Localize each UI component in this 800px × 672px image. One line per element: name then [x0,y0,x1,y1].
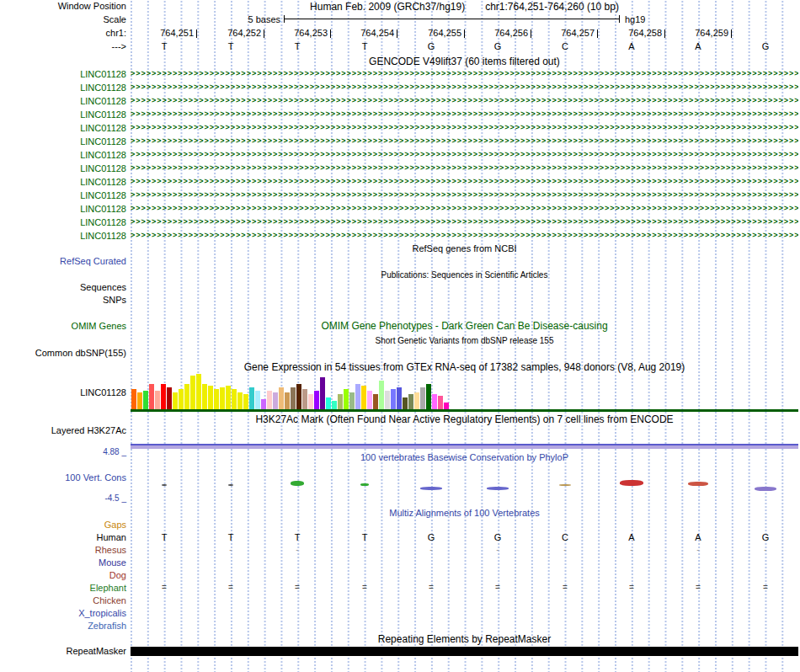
track-label[interactable]: OMIM Genes [0,321,126,331]
track-label[interactable]: Rhesus [0,545,126,555]
track-label[interactable]: 4.88 _ [0,447,126,456]
gtex-bar[interactable] [403,397,408,409]
gene-model-row[interactable]: >>>>>>>>>>>>>>>>>>>>>>>>>>>>>>>>>>>>>>>>… [131,164,798,173]
gtex-bar[interactable] [179,389,184,409]
gene-model-row[interactable]: >>>>>>>>>>>>>>>>>>>>>>>>>>>>>>>>>>>>>>>>… [131,218,798,227]
gtex-bar[interactable] [414,392,419,409]
gtex-bar[interactable] [243,394,248,409]
track-label[interactable]: LINC01128 [0,231,126,241]
track-label[interactable]: Chicken [0,595,126,605]
gtex-bar[interactable] [367,391,372,409]
gtex-bar[interactable] [167,387,172,409]
gene-model-row[interactable]: >>>>>>>>>>>>>>>>>>>>>>>>>>>>>>>>>>>>>>>>… [131,70,798,79]
gtex-bar[interactable] [391,389,396,409]
track-label[interactable]: Mouse [0,557,126,568]
gtex-bar[interactable] [255,391,260,409]
track-label[interactable]: -4.5 _ [0,493,126,503]
gtex-bar[interactable] [261,399,266,409]
gtex-bar[interactable] [249,387,254,409]
gene-model-row[interactable]: >>>>>>>>>>>>>>>>>>>>>>>>>>>>>>>>>>>>>>>>… [131,97,798,106]
track-label[interactable]: SNPs [0,295,126,305]
track-label[interactable]: Gaps [0,520,126,530]
track-label[interactable]: X_tropicalis [0,608,126,618]
repeatmasker-track[interactable] [131,647,798,656]
gene-model-row[interactable]: >>>>>>>>>>>>>>>>>>>>>>>>>>>>>>>>>>>>>>>>… [131,83,798,93]
gtex-bar[interactable] [296,384,301,409]
track-label[interactable]: Zebrafish [0,621,126,631]
gtex-bar[interactable] [326,397,331,409]
track-label[interactable]: Dog [0,570,126,580]
gtex-bar[interactable] [226,386,231,409]
track-label[interactable]: LINC01128 [0,109,126,120]
track-label[interactable]: LINC01128 [0,217,126,227]
gtex-bar[interactable] [373,394,378,409]
gtex-bar[interactable] [438,396,443,409]
track-label[interactable]: LINC01128 [0,123,126,133]
gtex-bar[interactable] [232,389,237,409]
gtex-bar[interactable] [291,387,296,409]
track-label[interactable]: LINC01128 [0,96,126,106]
track-label[interactable]: LINC01128 [0,83,126,93]
gtex-bar[interactable] [420,387,425,409]
gene-model-row[interactable]: >>>>>>>>>>>>>>>>>>>>>>>>>>>>>>>>>>>>>>>>… [131,137,798,147]
track-label[interactable]: Elephant [0,583,126,593]
gtex-bar[interactable] [344,389,349,409]
gtex-bar[interactable] [426,384,431,409]
track-label[interactable]: LINC01128 [0,204,126,214]
track-label[interactable]: LINC01128 [0,190,126,200]
track-label[interactable]: 100 Vert. Cons [0,472,126,483]
h3k27ac-signal[interactable] [131,444,798,449]
track-label[interactable]: ---> [0,41,126,51]
gtex-bar[interactable] [279,387,284,409]
gtex-bar[interactable] [202,384,207,409]
gtex-bar[interactable] [196,374,201,409]
gtex-bar[interactable] [361,386,366,409]
gene-model-row[interactable]: >>>>>>>>>>>>>>>>>>>>>>>>>>>>>>>>>>>>>>>>… [131,178,798,187]
gtex-bar[interactable] [385,391,390,409]
gtex-bar[interactable] [285,392,290,409]
gtex-bar[interactable] [190,376,195,409]
gtex-bar[interactable] [302,389,307,409]
gtex-bar[interactable] [314,391,319,409]
gtex-bar[interactable] [379,381,384,409]
gene-model-row[interactable]: >>>>>>>>>>>>>>>>>>>>>>>>>>>>>>>>>>>>>>>>… [131,191,798,200]
gtex-bar[interactable] [184,384,189,409]
track-label[interactable]: LINC01128 [0,150,126,160]
track-label[interactable]: RefSeq Curated [0,256,126,266]
gtex-bar[interactable] [273,392,278,409]
track-label[interactable]: Human [0,532,126,542]
track-label[interactable]: LINC01128 [0,163,126,173]
gtex-bar[interactable] [355,384,360,409]
gtex-bar[interactable] [155,391,160,409]
track-label[interactable]: LINC01128 [0,136,126,147]
track-label[interactable]: Scale [0,14,126,24]
gtex-bar[interactable] [267,391,272,409]
gtex-bar[interactable] [320,377,325,409]
gtex-bar[interactable] [214,389,219,409]
track-label[interactable]: Window Position [0,1,126,11]
track-label[interactable]: LINC01128 [0,387,126,397]
track-label[interactable]: RepeatMasker [0,646,126,656]
gene-model-row[interactable]: >>>>>>>>>>>>>>>>>>>>>>>>>>>>>>>>>>>>>>>>… [131,232,798,241]
gtex-bar[interactable] [161,384,166,409]
gtex-bar[interactable] [408,394,413,409]
gtex-bar[interactable] [143,391,148,409]
track-label[interactable]: LINC01128 [0,69,126,79]
gtex-bar[interactable] [149,384,154,409]
gene-model-row[interactable]: >>>>>>>>>>>>>>>>>>>>>>>>>>>>>>>>>>>>>>>>… [131,151,798,160]
track-label[interactable]: Common dbSNP(155) [0,348,126,358]
gtex-bar[interactable] [137,392,142,409]
gene-model-row[interactable]: >>>>>>>>>>>>>>>>>>>>>>>>>>>>>>>>>>>>>>>>… [131,205,798,214]
track-label[interactable]: Sequences [0,282,126,292]
gtex-bar[interactable] [444,403,449,409]
gtex-bar[interactable] [338,394,343,409]
gtex-bar[interactable] [432,394,437,409]
track-label[interactable]: LINC01128 [0,177,126,187]
gtex-bar[interactable] [397,387,402,409]
gtex-bar[interactable] [173,392,178,409]
track-label[interactable]: Layered H3K27Ac [0,425,126,435]
gtex-bar[interactable] [131,389,136,409]
gtex-bar[interactable] [220,387,225,409]
gtex-bar[interactable] [237,392,243,409]
gtex-bar[interactable] [308,394,313,409]
